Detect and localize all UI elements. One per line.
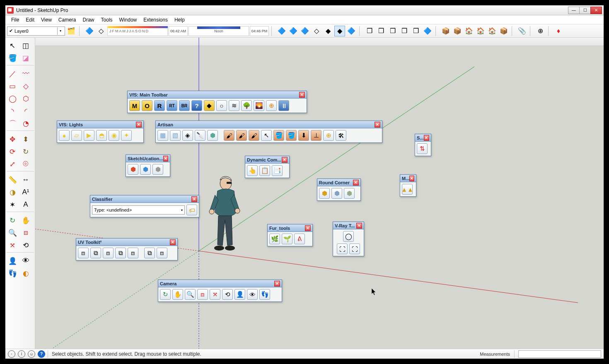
- panel-header[interactable]: V-Ray T...✕: [333, 222, 364, 229]
- 3dtext-tool-icon[interactable]: A: [19, 199, 32, 210]
- arc2-tool-icon[interactable]: ◜: [19, 105, 32, 117]
- style-wireframe-icon[interactable]: ❒: [364, 26, 375, 36]
- rotated-rect-tool-icon[interactable]: ◇: [19, 80, 32, 92]
- mirror-tool-icon[interactable]: ▲▲: [402, 184, 413, 195]
- pie-tool-icon[interactable]: ◔: [19, 118, 32, 129]
- uv-2-icon[interactable]: ⧉: [90, 248, 101, 258]
- panel-short-s[interactable]: S...✕ ⇅: [415, 134, 431, 156]
- dc-attributes-icon[interactable]: 📑: [272, 165, 283, 176]
- follow-me-icon[interactable]: ↻: [19, 146, 32, 157]
- select-tool-icon[interactable]: ↖: [6, 40, 19, 51]
- artisan-brush2-icon[interactable]: 🖌: [236, 130, 247, 141]
- cam-prev-icon[interactable]: ⟲: [222, 289, 233, 300]
- panel-header[interactable]: UV Toolkit²✕: [76, 239, 177, 246]
- cam-orbit-icon[interactable]: ↻: [160, 289, 171, 300]
- scale-tool-icon[interactable]: ⤢: [6, 158, 19, 170]
- component-icon[interactable]: 🏠: [464, 26, 474, 36]
- previous-view-icon[interactable]: ⟲: [19, 239, 32, 251]
- uv-5-icon[interactable]: ⧈: [128, 248, 138, 258]
- maximize-button[interactable]: ☐: [579, 7, 591, 14]
- close-button[interactable]: ✕: [590, 7, 602, 14]
- protractor-icon[interactable]: ◑: [6, 186, 19, 198]
- artisan-paint2-icon[interactable]: 🪣: [286, 130, 297, 141]
- zoom-tool-icon[interactable]: 🔍: [6, 227, 19, 239]
- artisan-smooth-icon[interactable]: ▧: [170, 130, 181, 141]
- panel-short-m[interactable]: M...✕ ▲▲: [400, 174, 416, 197]
- credits-icon[interactable]: i: [18, 350, 25, 358]
- menu-window[interactable]: Window: [116, 16, 140, 24]
- panel-header[interactable]: Artisan✕: [156, 121, 382, 128]
- shadow-icon[interactable]: 🔷: [84, 26, 95, 36]
- ruby-icon[interactable]: ♦: [553, 26, 564, 36]
- help-icon[interactable]: ?: [38, 350, 45, 358]
- menu-draw[interactable]: Draw: [80, 16, 98, 24]
- cam-zoom-extents-icon[interactable]: ⤧: [210, 289, 220, 300]
- vray-r-icon[interactable]: R: [154, 100, 165, 111]
- panel-vfs-lights[interactable]: VfS: Lights✕ ● ▱ ▶ ◓ ◉ ✦: [57, 121, 144, 143]
- panel-header[interactable]: Camera✕: [158, 280, 282, 287]
- vray-rt-icon[interactable]: RT: [167, 100, 177, 111]
- freehand-tool-icon[interactable]: 〰: [19, 68, 32, 80]
- panel-header[interactable]: M...✕: [400, 175, 416, 182]
- vray-m-icon[interactable]: M: [129, 100, 140, 111]
- artisan-flatten-icon[interactable]: ⬇: [298, 130, 309, 141]
- light-omni-icon[interactable]: ●: [59, 130, 70, 141]
- view-iso-icon[interactable]: 🔷: [276, 26, 287, 36]
- style-mono-icon[interactable]: ❒: [411, 26, 421, 36]
- warehouse-share-icon[interactable]: 📦: [452, 26, 463, 36]
- style-shaded-icon[interactable]: ❒: [387, 26, 398, 36]
- move-tool-icon[interactable]: ✥: [6, 133, 19, 145]
- make-component-icon[interactable]: ◫: [19, 40, 32, 51]
- close-icon[interactable]: ✕: [170, 239, 176, 245]
- vray-region1-icon[interactable]: ⛶: [337, 243, 348, 254]
- panel-fur[interactable]: Fur_tools✕ 🌿 🌱 ᕕ: [267, 224, 313, 246]
- uv-1-icon[interactable]: ⧈: [78, 248, 89, 258]
- rc-bevel-icon[interactable]: ⬢: [344, 188, 355, 199]
- zoom-extents-icon[interactable]: ⤧: [6, 239, 19, 251]
- vray-o-icon[interactable]: O: [142, 100, 152, 111]
- close-icon[interactable]: ✕: [274, 281, 280, 287]
- component3-icon[interactable]: 🏠: [487, 26, 498, 36]
- layer-select[interactable]: ✔ Layer0 ▾: [7, 27, 65, 36]
- offset-tool-icon[interactable]: ⦾: [19, 158, 32, 170]
- artisan-brush1-icon[interactable]: 🖌: [224, 130, 234, 141]
- close-icon[interactable]: ✕: [191, 196, 197, 202]
- push-pull-icon[interactable]: ⬍: [19, 133, 32, 145]
- style-hidden-icon[interactable]: ❒: [376, 26, 387, 36]
- uv-4-icon[interactable]: ⧉: [115, 248, 126, 258]
- light-rect-icon[interactable]: ▱: [71, 130, 82, 141]
- panel-header[interactable]: VfS: Lights✕: [57, 121, 143, 128]
- warehouse-get-icon[interactable]: 📦: [440, 26, 451, 36]
- uv-7-icon[interactable]: ⧈: [157, 248, 167, 258]
- component2-icon[interactable]: 🏠: [475, 26, 486, 36]
- rc-sharp-icon[interactable]: ⬢: [331, 188, 342, 199]
- cam-zoom-icon[interactable]: 🔍: [185, 289, 196, 300]
- menu-help[interactable]: Help: [171, 16, 188, 24]
- measurements-input[interactable]: [518, 350, 601, 358]
- panel-roundcorner[interactable]: Round Corner✕ ⬢ ⬢ ⬢: [317, 178, 361, 201]
- panel-artisan[interactable]: Artisan✕ ▦ ▧ ◈ 🔪 ⬢ 🖌 🖌 🖌 ↖ 🪣 🪣 ⬇ ⊥: [155, 121, 382, 143]
- close-icon[interactable]: ✕: [356, 223, 362, 229]
- menu-view[interactable]: View: [38, 16, 55, 24]
- geo-location-icon[interactable]: ◦: [8, 350, 15, 358]
- polygon-tool-icon[interactable]: ⬡: [19, 93, 32, 104]
- rotate-tool-icon[interactable]: ⟳: [6, 146, 19, 157]
- close-icon[interactable]: ✕: [409, 176, 414, 181]
- close-icon[interactable]: ✕: [353, 180, 359, 186]
- rc-round-icon[interactable]: ⬢: [319, 188, 330, 199]
- date-slider[interactable]: J F M A M J J A S O N D: [107, 26, 168, 36]
- light-spot-icon[interactable]: ▶: [84, 130, 94, 141]
- pan-tool-icon[interactable]: ✋: [19, 215, 32, 226]
- close-icon[interactable]: ✕: [163, 156, 168, 162]
- walk-tool-icon[interactable]: 👣: [6, 268, 19, 279]
- panel-sketchucation[interactable]: SketchUcation...✕ ⬢ ⬢ ⬢: [126, 154, 170, 177]
- menu-edit[interactable]: Edit: [22, 16, 38, 24]
- minimize-button[interactable]: —: [568, 7, 580, 14]
- artisan-select-icon[interactable]: ↖: [261, 130, 272, 141]
- menu-extensions[interactable]: Extensions: [140, 16, 171, 24]
- cam-walk-icon[interactable]: 👣: [259, 289, 270, 300]
- zoom-window-icon[interactable]: ⧈: [19, 227, 32, 239]
- paint-bucket-icon[interactable]: 🪣: [6, 52, 19, 64]
- shadow-settings-icon[interactable]: ◇: [96, 26, 106, 36]
- vray-region2-icon[interactable]: ⛶: [349, 243, 360, 254]
